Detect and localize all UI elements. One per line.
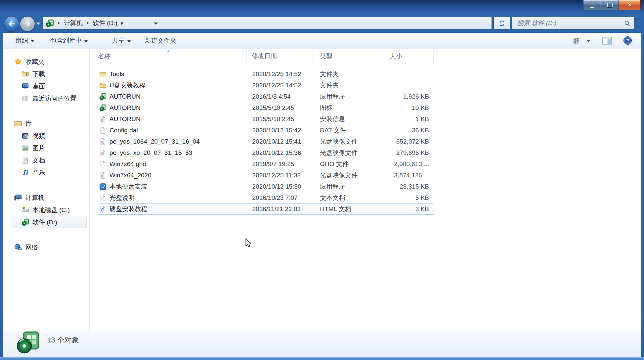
file-size: 36 KB <box>381 127 434 134</box>
address-bar[interactable]: 计算机软件 (D:) <box>42 17 492 29</box>
close-button[interactable]: ✕ <box>619 0 641 10</box>
autorun-green-icon <box>99 104 107 112</box>
toolbar-button-label: 组织 <box>16 36 28 45</box>
sidebar-item-favorites[interactable]: 收藏夹 <box>3 56 89 68</box>
sidebar-item-computer[interactable]: 计算机 <box>3 192 89 204</box>
file-row[interactable]: AUTORUN2015/5/10 2:45安装信息1 KB <box>98 113 434 125</box>
back-arrow-icon <box>7 20 16 28</box>
sidebar-section-computer: 计算机本地磁盘 (C:)软件 (D:) <box>3 192 89 228</box>
refresh-button[interactable] <box>494 17 510 29</box>
file-date-modified: 2016/11/21 22:03 <box>247 205 313 213</box>
file-row[interactable]: pe_yqs_xp_20_07_31_15_532020/10/12 15:36… <box>98 147 434 158</box>
views-button[interactable] <box>573 37 590 45</box>
column-header-name[interactable]: 名称 <box>90 49 247 64</box>
minimize-button[interactable] <box>583 0 601 10</box>
sidebar-item-label: 网络 <box>25 243 38 252</box>
refresh-icon <box>498 19 506 27</box>
file-name: 光盘说明 <box>109 194 135 202</box>
column-header-date-modified[interactable]: 修改日期 <box>247 49 313 64</box>
file-type: 光盘映像文件 <box>313 137 381 146</box>
sidebar-item-pictures[interactable]: 图片 <box>3 142 89 154</box>
file-size: 28,315 KB <box>381 183 434 190</box>
file-row[interactable]: AUTORUN2016/1/8 4:54应用程序1,926 KB <box>98 91 434 102</box>
file-row[interactable]: Win7x64_20202020/12/25 11:32光盘映像文件3,874,… <box>98 170 434 181</box>
forward-button[interactable] <box>20 16 35 31</box>
sidebar-item-label: 图片 <box>32 144 45 153</box>
file-name: pe_yqs_xp_20_07_31_15_53 <box>109 149 192 157</box>
file-name: Tools <box>109 70 124 78</box>
documents-icon <box>21 157 29 164</box>
file-row[interactable]: pe_yqs_1064_20_07_31_16_042020/10/12 15:… <box>98 136 434 147</box>
sidebar-item-label: 收藏夹 <box>25 58 44 66</box>
sidebar-item-videos[interactable]: 视频 <box>3 130 89 142</box>
sidebar-item-network[interactable]: 网络 <box>3 241 89 253</box>
file-row[interactable]: Tools2020/12/25 14:52文件夹 <box>98 68 434 80</box>
search-input[interactable] <box>517 19 624 27</box>
file-type: 光盘映像文件 <box>313 171 381 180</box>
search-box <box>512 17 634 29</box>
file-row[interactable]: AUTORUN2015/5/10 2:45图标10 KB <box>98 102 434 113</box>
sidebar-item-recent-places[interactable]: 最近访问的位置 <box>3 92 89 105</box>
sidebar-item-disk-c[interactable]: 本地磁盘 (C:) <box>3 204 89 216</box>
file-row[interactable]: 本地硬盘安装2020/10/12 15:30应用程序28,315 KB <box>98 181 434 192</box>
disc-image-icon <box>99 172 107 179</box>
sidebar-item-music[interactable]: 音乐 <box>3 166 89 179</box>
history-chevron-icon[interactable] <box>36 22 40 25</box>
toolbar-button-share[interactable]: 共享 <box>108 35 135 46</box>
maximize-button[interactable] <box>601 0 619 10</box>
toolbar-button-include-in-library[interactable]: 包含到库中 <box>46 35 92 46</box>
column-header-label: 名称 <box>98 52 110 61</box>
file-type: 图标 <box>313 104 381 112</box>
text-doc-icon <box>99 194 107 202</box>
file-name: U盘安装教程 <box>109 81 146 90</box>
file-row[interactable]: Win7x64.gho2019/9/7 19:25GHO 文件2,900,813… <box>98 158 434 170</box>
back-button[interactable] <box>4 16 19 31</box>
file-row[interactable]: U盘安装教程2020/12/25 14:52文件夹 <box>98 80 434 91</box>
sidebar-item-downloads[interactable]: 下载 <box>3 68 89 80</box>
toolbar-button-organize[interactable]: 组织 <box>12 35 38 46</box>
breadcrumb-item[interactable]: 软件 (D:) <box>93 19 117 27</box>
disc-image-icon <box>99 138 107 145</box>
window-frame-bottom <box>0 357 644 360</box>
toolbar-button-label: 包含到库中 <box>50 36 82 45</box>
minimize-icon <box>590 7 594 8</box>
file-size: 279,696 KB <box>381 149 434 157</box>
sidebar-item-drive-d[interactable]: 软件 (D:) <box>3 216 89 228</box>
sidebar-section-network: 网络 <box>3 241 89 253</box>
file-row[interactable]: 光盘说明2016/10/23 7:07文本文档5 KB <box>98 192 434 203</box>
preview-pane-button[interactable] <box>602 36 612 45</box>
sidebar-item-label: 本地磁盘 (C:) <box>32 206 70 214</box>
setup-info-icon <box>99 115 107 123</box>
file-name-cell: 本地硬盘安装 <box>98 182 247 191</box>
file-name-cell: Config.dat <box>98 127 247 134</box>
breadcrumb-arrow-icon[interactable] <box>87 22 89 25</box>
column-header-size[interactable]: 大小 <box>381 49 434 64</box>
column-header-type[interactable]: 类型 <box>313 49 381 64</box>
computer-icon <box>14 194 22 202</box>
sidebar-item-label: 软件 (D:) <box>32 218 57 227</box>
file-list[interactable]: 名称 修改日期 类型 大小 Tools2020/12/25 14:52文件夹U盘… <box>90 49 641 331</box>
sidebar-item-desktop[interactable]: 桌面 <box>3 80 89 92</box>
breadcrumb-item[interactable]: 计算机 <box>64 19 83 27</box>
breadcrumb-arrow-icon[interactable] <box>58 22 60 25</box>
sidebar-item-libraries[interactable]: 库 <box>3 117 89 130</box>
toolbar-button-new-folder[interactable]: 新建文件夹 <box>141 35 180 46</box>
file-row[interactable]: Config.dat2020/10/12 15:42DAT 文件36 KB <box>98 125 434 136</box>
file-type: 应用程序 <box>313 92 381 101</box>
window-controls: ✕ <box>583 0 641 10</box>
app-blue-icon <box>99 183 107 190</box>
file-name: Win7x64.gho <box>109 160 146 168</box>
desktop-icon <box>21 82 29 90</box>
file-row[interactable]: 硬盘安装教程2016/11/21 22:03HTML 文档3 KB <box>98 203 434 215</box>
sidebar-item-documents[interactable]: 文档 <box>3 154 89 166</box>
explorer-window: { "window_controls": {"icons": ["minimiz… <box>0 0 644 360</box>
address-dropdown-icon[interactable] <box>154 22 158 25</box>
help-button[interactable]: ? <box>623 36 632 45</box>
favorites-star-icon <box>14 58 22 66</box>
file-date-modified: 2020/12/25 14:52 <box>247 82 313 89</box>
breadcrumb-arrow-icon[interactable] <box>121 22 123 25</box>
titlebar[interactable] <box>0 0 644 14</box>
sidebar-item-label: 下载 <box>32 70 45 78</box>
file-date-modified: 2015/5/10 2:45 <box>247 104 313 112</box>
file-type: GHO 文件 <box>313 160 381 168</box>
